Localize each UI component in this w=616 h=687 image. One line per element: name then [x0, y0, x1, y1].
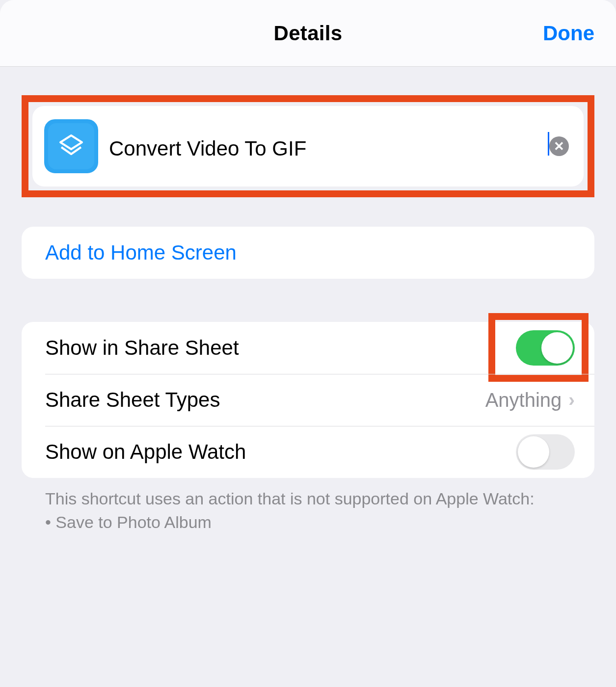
add-to-home-label: Add to Home Screen [45, 241, 237, 264]
apple-watch-label: Show on Apple Watch [45, 440, 516, 464]
share-types-row[interactable]: Share Sheet Types Anything › [22, 374, 594, 426]
name-highlight: Convert Video To GIF ✕ [22, 95, 594, 197]
footer-note-text: This shortcut uses an action that is not… [45, 488, 571, 510]
page-title: Details [274, 22, 343, 45]
header: Details Done [0, 0, 616, 67]
clear-name-button[interactable]: ✕ [549, 136, 569, 156]
done-button[interactable]: Done [543, 22, 594, 45]
unsupported-actions-list: Save to Photo Album [45, 511, 571, 534]
shortcuts-glyph-icon [57, 132, 85, 160]
apple-watch-toggle[interactable] [516, 434, 575, 470]
close-icon: ✕ [554, 140, 564, 153]
content: Convert Video To GIF ✕ Add to Home Scree… [0, 95, 616, 544]
toggle-knob [541, 332, 573, 364]
settings-list: Show in Share Sheet Share Sheet Types An… [22, 322, 594, 478]
share-types-value: Anything [485, 389, 562, 411]
toggle-knob [518, 436, 549, 468]
share-types-label: Share Sheet Types [45, 388, 485, 412]
shortcut-name-input[interactable]: Convert Video To GIF [109, 137, 548, 160]
apple-watch-row: Show on Apple Watch [22, 426, 594, 478]
share-sheet-label: Show in Share Sheet [45, 336, 516, 360]
chevron-right-icon: › [568, 390, 575, 411]
footer-note: This shortcut uses an action that is not… [22, 478, 594, 544]
unsupported-action: Save to Photo Album [45, 511, 571, 534]
name-card: Convert Video To GIF ✕ [32, 106, 584, 186]
add-to-home-row[interactable]: Add to Home Screen [22, 227, 594, 279]
share-sheet-toggle[interactable] [516, 330, 575, 366]
share-sheet-row: Show in Share Sheet [22, 322, 594, 374]
shortcuts-icon[interactable] [44, 119, 98, 173]
